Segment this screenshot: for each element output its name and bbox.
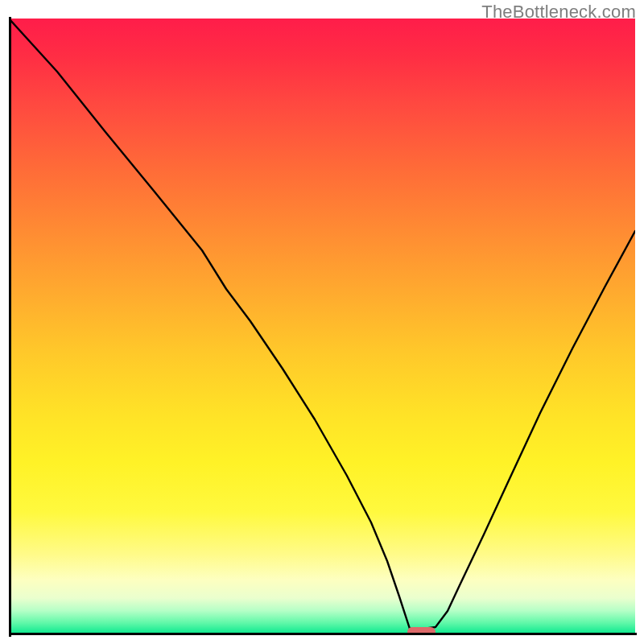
- y-axis: [9, 17, 11, 637]
- plot-area: [9, 19, 635, 635]
- chart-container: TheBottleneck.com: [0, 0, 644, 644]
- x-axis: [9, 633, 637, 635]
- gradient-background: [9, 19, 635, 635]
